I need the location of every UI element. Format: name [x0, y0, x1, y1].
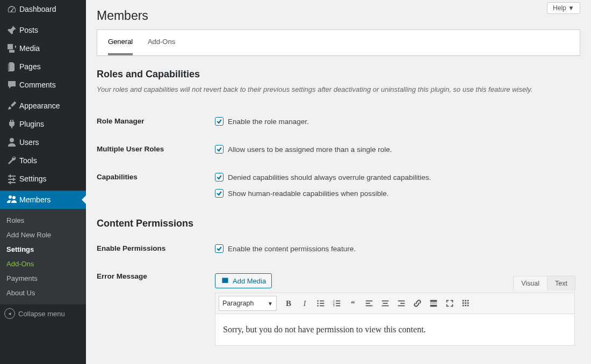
svg-rect-29	[467, 302, 469, 304]
svg-rect-24	[463, 300, 464, 302]
collapse-menu[interactable]: Collapse menu	[0, 304, 86, 323]
svg-rect-31	[465, 305, 466, 307]
bullet-list-button[interactable]	[313, 296, 328, 311]
align-right-button[interactable]	[394, 296, 409, 311]
editor-content[interactable]: Sorry, but you do not have permission to…	[215, 314, 574, 345]
paragraph-select[interactable]: Paragraph ▼	[219, 296, 277, 311]
checkbox-caps-readable[interactable]	[215, 189, 224, 198]
editor-box: Paragraph ▼ B I 123 “	[215, 293, 575, 346]
svg-rect-13	[366, 303, 370, 304]
sidebar-item-dashboard[interactable]: Dashboard	[0, 0, 86, 18]
paragraph-label: Paragraph	[222, 300, 254, 307]
svg-rect-30	[463, 305, 464, 307]
svg-rect-3	[320, 303, 324, 304]
svg-text:3: 3	[333, 304, 335, 307]
brush-icon	[4, 100, 19, 111]
svg-rect-1	[320, 301, 324, 302]
sidebar-item-comments[interactable]: Comments	[0, 76, 86, 94]
link-button[interactable]	[410, 296, 425, 311]
media-icon	[221, 276, 229, 285]
checkbox-label: Enable the role manager.	[228, 118, 309, 126]
checkbox-label: Allow users to be assigned more than a s…	[228, 145, 392, 154]
tab-general[interactable]: General	[108, 30, 133, 55]
sidebar-item-label: Plugins	[19, 120, 44, 128]
wrench-icon	[4, 155, 19, 166]
svg-rect-26	[467, 300, 469, 302]
help-button[interactable]: Help ▼	[547, 2, 580, 14]
fullscreen-button[interactable]	[442, 296, 457, 311]
dashboard-icon	[4, 4, 19, 14]
submenu-roles[interactable]: Roles	[0, 213, 86, 228]
row-label-enable-perm: Enable Permissions	[97, 235, 215, 263]
sidebar-item-tools[interactable]: Tools	[0, 151, 86, 170]
checkbox-multi-roles[interactable]	[215, 145, 224, 154]
checkbox-caps-denied[interactable]	[215, 173, 224, 181]
checkbox-role-manager[interactable]	[215, 117, 224, 126]
add-media-button[interactable]: Add Media	[215, 273, 272, 288]
submenu-addons[interactable]: Add-Ons	[0, 257, 86, 271]
page-title: Members	[97, 0, 580, 30]
tab-addons[interactable]: Add-Ons	[148, 30, 175, 55]
row-label-error-msg: Error Message	[97, 263, 215, 355]
svg-rect-27	[463, 302, 464, 304]
svg-point-2	[317, 303, 319, 304]
sidebar-item-users[interactable]: Users	[0, 133, 86, 151]
section-heading-content: Content Permissions	[97, 218, 580, 229]
pin-icon	[4, 25, 19, 35]
bold-button[interactable]: B	[281, 296, 296, 311]
sidebar-item-media[interactable]: Media	[0, 39, 86, 57]
kitchen-sink-button[interactable]	[458, 296, 473, 311]
media-icon	[4, 43, 19, 54]
svg-rect-5	[320, 305, 324, 307]
sidebar-item-posts[interactable]: Posts	[0, 21, 86, 39]
row-label-multi-roles: Multiple User Roles	[97, 135, 215, 163]
checkbox-label: Denied capabilities should always overru…	[228, 173, 431, 181]
sidebar-item-label: Comments	[19, 81, 56, 89]
checkbox-label: Enable the content permissions feature.	[228, 245, 356, 253]
main-content: Help ▼ Members General Add-Ons Roles and…	[86, 0, 591, 364]
sidebar-submenu: Roles Add New Role Settings Add-Ons Paym…	[0, 209, 86, 304]
svg-rect-20	[398, 305, 405, 307]
svg-rect-25	[465, 300, 466, 302]
italic-button[interactable]: I	[297, 296, 312, 311]
submenu-about[interactable]: About Us	[0, 286, 86, 300]
align-center-button[interactable]	[378, 296, 393, 311]
row-label-role-manager: Role Manager	[97, 107, 215, 135]
comments-icon	[4, 79, 19, 90]
svg-rect-21	[430, 300, 437, 302]
svg-rect-16	[383, 303, 388, 304]
svg-rect-12	[366, 301, 373, 302]
sidebar-item-label: Appearance	[19, 101, 60, 110]
sidebar-item-members[interactable]: Members	[0, 191, 86, 209]
sidebar-item-settings[interactable]: Settings	[0, 170, 86, 188]
content-table: Enable Permissions Enable the content pe…	[97, 235, 580, 355]
sidebar-item-label: Dashboard	[19, 5, 56, 13]
editor-tab-text[interactable]: Text	[547, 276, 575, 290]
sidebar-item-plugins[interactable]: Plugins	[0, 115, 86, 133]
align-left-button[interactable]	[362, 296, 377, 311]
svg-rect-7	[336, 301, 340, 302]
submenu-settings[interactable]: Settings	[0, 242, 86, 257]
svg-rect-22	[430, 303, 437, 303]
svg-rect-17	[382, 305, 389, 307]
sidebar-item-label: Members	[19, 195, 51, 204]
sidebar-item-label: Users	[19, 138, 39, 147]
svg-rect-15	[382, 301, 389, 302]
add-media-label: Add Media	[233, 277, 266, 285]
blockquote-button[interactable]: “	[345, 296, 361, 311]
sliders-icon	[4, 173, 19, 184]
sidebar-item-appearance[interactable]: Appearance	[0, 97, 86, 115]
svg-rect-18	[398, 301, 405, 302]
editor-wrap: Add Media Visual Text Paragraph ▼	[215, 273, 575, 346]
number-list-button[interactable]: 123	[329, 296, 344, 311]
checkbox-enable-perm[interactable]	[215, 244, 224, 253]
plug-icon	[4, 119, 19, 129]
svg-rect-19	[400, 303, 405, 304]
section-desc-roles: Your roles and capabilities will not rev…	[97, 85, 580, 93]
members-icon	[4, 194, 19, 205]
submenu-payments[interactable]: Payments	[0, 271, 86, 286]
readmore-button[interactable]	[426, 296, 441, 311]
sidebar-item-pages[interactable]: Pages	[0, 57, 86, 76]
submenu-add-new-role[interactable]: Add New Role	[0, 228, 86, 242]
editor-tab-visual[interactable]: Visual	[513, 276, 547, 290]
